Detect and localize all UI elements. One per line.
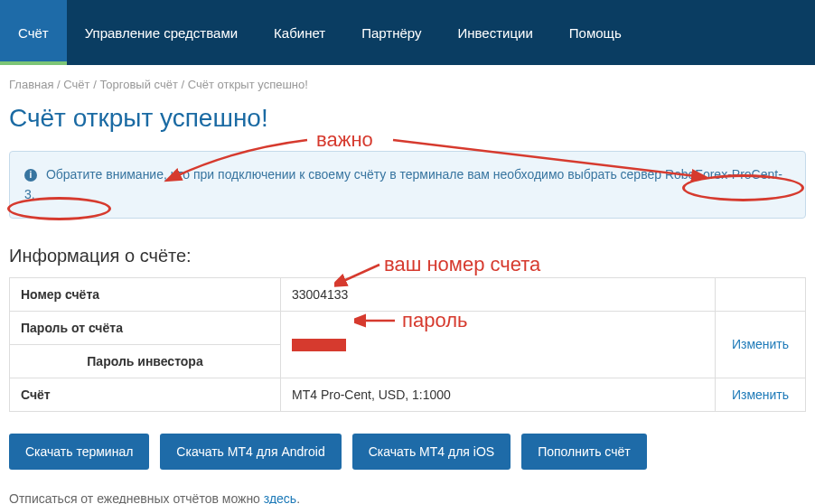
unsubscribe-text: Отписаться от ежедневных отчётов можно з… [9, 491, 806, 504]
nav-invest[interactable]: Инвестиции [439, 0, 550, 65]
download-terminal-button[interactable]: Скачать терминал [9, 434, 149, 470]
table-row: Номер счёта 33004133 [10, 277, 806, 311]
row-label: Пароль инвестора [10, 344, 281, 378]
nav-help[interactable]: Помощь [551, 0, 640, 65]
unsubscribe-link[interactable]: здесь [264, 491, 296, 504]
info-alert: i Обратите внимание, что при подключении… [9, 151, 806, 219]
row-label: Счёт [10, 378, 281, 411]
row-value: MT4 Pro-Cent, USD, 1:1000 [281, 378, 716, 411]
row-action: Изменить [716, 311, 806, 378]
row-label: Пароль от счёта [10, 311, 281, 344]
download-mt4-ios-button[interactable]: Скачать MT4 для iOS [352, 434, 511, 470]
download-mt4-android-button[interactable]: Скачать MT4 для Android [160, 434, 341, 470]
account-info-table: Номер счёта 33004133 Пароль от счёта Изм… [9, 277, 806, 412]
action-buttons: Скачать терминал Скачать MT4 для Android… [9, 434, 806, 470]
info-icon: i [24, 169, 37, 182]
breadcrumb: Главная / Счёт / Торговый счёт / Счёт от… [0, 65, 815, 104]
account-info-title: Информация о счёте: [9, 246, 806, 266]
row-action [716, 277, 806, 311]
row-value: 33004133 [281, 277, 716, 311]
info-text: Обратите внимание, что при подключении к… [24, 167, 782, 201]
row-value [281, 311, 716, 378]
nav-partner[interactable]: Партнёру [343, 0, 439, 65]
row-action: Изменить [716, 378, 806, 411]
table-row: Счёт MT4 Pro-Cent, USD, 1:1000 Изменить [10, 378, 806, 411]
nav-cabinet[interactable]: Кабинет [256, 0, 343, 65]
main-nav: Счёт Управление средствами Кабинет Партн… [0, 0, 815, 65]
nav-funds[interactable]: Управление средствами [67, 0, 256, 65]
nav-account[interactable]: Счёт [0, 0, 67, 65]
deposit-button[interactable]: Пополнить счёт [521, 434, 647, 470]
page-title: Счёт открыт успешно! [9, 104, 806, 133]
row-label: Номер счёта [10, 277, 281, 311]
table-row: Пароль от счёта Изменить [10, 311, 806, 344]
change-password-link[interactable]: Изменить [732, 337, 789, 351]
redacted-password [292, 339, 346, 351]
change-account-link[interactable]: Изменить [732, 387, 789, 402]
